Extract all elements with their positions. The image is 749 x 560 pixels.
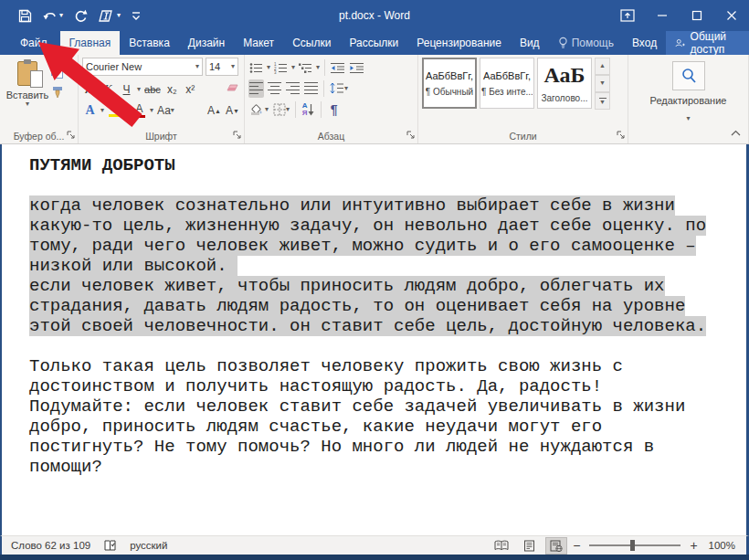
close-button[interactable] [714,0,749,31]
format-painter-button[interactable] [51,86,64,99]
change-case-button[interactable]: Аа▾ [156,101,175,120]
document-line[interactable]: низкой или высокой. [29,256,746,276]
grow-font-button[interactable]: А▲ [206,101,222,120]
paragraph-dialog-launcher[interactable] [406,130,415,141]
styles-dialog-launcher[interactable] [617,130,625,141]
zoom-in-button[interactable]: + [690,539,697,552]
text-effects-button[interactable]: А [82,101,98,120]
highlight-button[interactable] [107,101,122,120]
styles-scroll-up-button[interactable]: ▲ [595,58,610,75]
tab-design[interactable]: Дизайн [179,31,234,55]
style-card-heading1[interactable]: АаБ Заголово... [537,58,592,109]
document-line[interactable]: если человек живет, чтобы приносить людя… [29,276,746,296]
document-area[interactable]: ПУТЯМИ ДОБРОТЫ когда человек сознательно… [0,144,749,535]
read-mode-button[interactable] [491,537,512,555]
tab-file[interactable]: Файл [7,31,60,55]
copy-button[interactable] [51,65,63,79]
zoom-out-button[interactable]: − [573,539,580,552]
format-tool-caret[interactable]: ▾ [117,12,121,19]
styles-more-button[interactable]: ▼ [595,92,610,110]
multilevel-list-button[interactable] [298,58,313,77]
tab-mailings[interactable]: Рассылки [340,31,407,55]
tab-view[interactable]: Вид [511,31,549,55]
paste-dropdown-caret[interactable]: ▾ [26,100,29,108]
customize-qat-button[interactable] [132,11,141,21]
save-button[interactable] [18,9,32,23]
underline-dropdown-caret[interactable]: ▾ [137,86,141,93]
undo-button[interactable]: ▾ [43,9,63,22]
strikethrough-button[interactable]: abc [143,80,162,99]
tab-help[interactable]: Помощь [549,31,623,55]
clipboard-dialog-launcher[interactable] [67,130,75,141]
print-layout-button[interactable] [518,537,540,555]
zoom-level[interactable]: 100% [709,540,735,551]
bullets-caret[interactable]: ▾ [267,64,270,71]
document-line[interactable]: Подумайте: если человек ставит себе зада… [29,396,746,417]
shading-button[interactable]: ▾ [248,100,269,119]
line-spacing-button[interactable]: ▾ [329,79,349,98]
undo-dropdown-caret[interactable]: ▾ [59,12,63,19]
document-line[interactable] [29,336,746,356]
borders-button[interactable]: ▾ [272,100,290,119]
italic-button[interactable]: К [100,80,116,99]
document-line[interactable]: добро, приносить людям счастье, какие не… [29,417,746,437]
subscript-button[interactable]: x₂ [164,80,180,99]
minimize-button[interactable] [645,0,680,31]
bullets-button[interactable] [248,58,264,77]
document-line[interactable]: помощи? [29,457,746,477]
font-size-combo[interactable]: 14▾ [206,58,238,76]
increase-indent-button[interactable] [349,58,365,77]
tab-home[interactable]: Главная [60,31,121,55]
decrease-indent-button[interactable] [330,58,346,77]
justify-button[interactable] [303,79,319,98]
align-center-button[interactable] [267,79,282,98]
sign-in-button[interactable]: Вход [623,31,666,55]
zoom-slider[interactable] [589,544,680,546]
sort-button[interactable]: АЯ [301,100,316,119]
multilevel-list-caret[interactable]: ▾ [316,64,320,71]
align-right-button[interactable] [285,79,301,98]
superscript-button[interactable]: x² [183,80,198,99]
zoom-slider-thumb[interactable] [630,540,635,551]
style-card-no-spacing[interactable]: АаБбВвГг, ¶ Без инте... [480,58,534,109]
paste-button[interactable]: Вставить ▾ [4,58,51,129]
ribbon-display-options-button[interactable] [610,0,645,31]
styles-scroll-down-button[interactable]: ▼ [595,75,610,92]
tab-insert[interactable]: Вставка [120,31,179,55]
web-layout-button[interactable] [545,537,567,555]
shrink-font-button[interactable]: А▼ [225,101,240,120]
numbering-caret[interactable]: ▾ [291,64,295,71]
bold-button[interactable]: Ж [82,80,98,99]
document-line[interactable]: когда человек сознательно или интуитивно… [29,195,746,216]
document-line[interactable] [29,175,746,195]
font-color-caret[interactable]: ▾ [150,107,153,114]
font-name-combo[interactable]: Courier New▾ [82,58,203,76]
document-line[interactable]: этой своей человечности. он ставит себе … [29,316,746,336]
document-line[interactable]: страдания, давать людям радость, то он о… [29,296,746,316]
tab-layout[interactable]: Макет [234,31,283,55]
proofing-status-icon[interactable] [103,539,117,552]
underline-button[interactable]: Ч [119,80,134,99]
numbering-button[interactable]: 123 [273,58,289,77]
document-line[interactable]: ПУТЯМИ ДОБРОТЫ [29,155,746,175]
tab-review[interactable]: Рецензирование [407,31,511,55]
document-line[interactable]: достоинством и получить настоящую радост… [29,376,746,396]
maximize-button[interactable] [680,0,714,31]
text-effects-caret[interactable]: ▾ [100,107,104,114]
font-color-button[interactable]: А [132,101,147,120]
find-button[interactable] [672,61,705,90]
document-line[interactable]: постигнуть? Не тому помочь? Но много ли … [29,437,746,457]
tab-references[interactable]: Ссылки [283,31,340,55]
language-status[interactable]: русский [130,540,167,551]
share-button[interactable]: Общий доступ [666,31,749,55]
align-left-button[interactable] [248,79,264,98]
collapse-ribbon-button[interactable] [731,123,741,140]
redo-button[interactable] [74,9,88,23]
document-line[interactable]: какую-то цель, жизненную задачу, он нево… [29,216,746,236]
clear-formatting-button[interactable] [226,83,240,95]
show-formatting-marks-button[interactable]: ¶ [326,100,342,119]
editing-dropdown-caret[interactable]: ▾ [686,114,690,122]
document-line[interactable]: тому, ради чего человек живет, можно суд… [29,236,746,256]
document-line[interactable]: Только такая цель позволяет человеку про… [29,356,746,376]
format-tool-button[interactable]: ▾ [99,9,121,23]
